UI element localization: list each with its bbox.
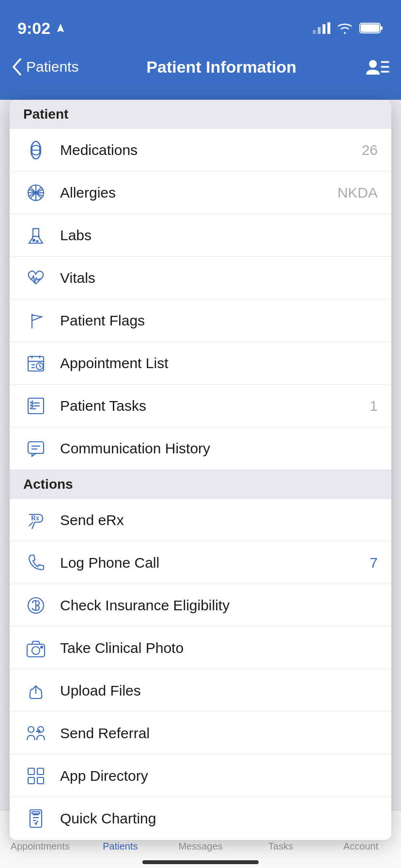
menu-item-patient-flags[interactable]: Patient Flags	[10, 299, 391, 342]
svg-rect-61	[32, 812, 40, 814]
send-erx-label: Send eRx	[60, 512, 378, 528]
app-directory-icon	[23, 763, 48, 789]
main-content: N L S B F Patient	[0, 100, 401, 851]
svg-point-51	[28, 727, 34, 732]
send-erx-icon: Rx	[23, 508, 48, 533]
svg-rect-55	[28, 777, 34, 784]
quick-charting-icon	[23, 806, 48, 831]
menu-item-app-directory[interactable]: App Directory	[10, 755, 391, 797]
app-directory-label: App Directory	[60, 768, 378, 784]
patient-flags-label: Patient Flags	[60, 312, 378, 329]
svg-rect-43	[28, 442, 44, 453]
check-insurance-icon	[23, 593, 48, 618]
medications-icon	[23, 138, 48, 163]
signal-icon	[313, 22, 330, 34]
take-clinical-photo-label: Take Clinical Photo	[60, 640, 378, 656]
status-bar: 9:02	[0, 0, 401, 43]
menu-item-medications[interactable]: Medications 26	[10, 129, 391, 171]
back-button[interactable]: Patients	[12, 58, 78, 76]
check-insurance-label: Check Insurance Eligibility	[60, 597, 378, 614]
menu-item-communication-history[interactable]: Communication History	[10, 427, 391, 470]
take-clinical-photo-icon	[23, 636, 48, 661]
communication-history-label: Communication History	[60, 440, 378, 457]
allergies-badge: NKDA	[338, 185, 378, 201]
wifi-icon	[336, 21, 354, 35]
svg-rect-6	[361, 24, 379, 32]
menu-item-quick-charting[interactable]: Quick Charting	[10, 797, 391, 840]
labs-label: Labs	[60, 227, 378, 244]
patient-tasks-label: Patient Tasks	[60, 398, 370, 414]
menu-item-allergies[interactable]: Allergies NKDA	[10, 171, 391, 214]
messages-tab-label: Messages	[178, 841, 222, 852]
menu-item-labs[interactable]: Labs	[10, 214, 391, 257]
svg-point-7	[369, 60, 377, 68]
status-time: 9:02	[17, 19, 66, 38]
svg-rect-53	[28, 768, 34, 775]
vitals-label: Vitals	[60, 270, 378, 286]
svg-rect-56	[37, 777, 44, 784]
menu-item-appointment-list[interactable]: Appointment List	[10, 342, 391, 385]
patient-flags-icon	[23, 308, 48, 333]
svg-rect-1	[318, 27, 321, 34]
patient-tasks-icon	[23, 393, 48, 418]
section-header-patient: Patient	[10, 100, 391, 129]
send-referral-icon	[23, 721, 48, 746]
menu-item-patient-tasks[interactable]: Patient Tasks 1	[10, 385, 391, 427]
svg-point-27	[33, 239, 35, 241]
patient-tasks-badge: 1	[370, 398, 378, 414]
appointment-list-label: Appointment List	[60, 355, 378, 372]
log-phone-call-label: Log Phone Call	[60, 555, 370, 571]
back-label: Patients	[26, 59, 78, 75]
upload-files-label: Upload Files	[60, 682, 378, 699]
patients-tab-label: Patients	[103, 841, 138, 852]
upload-files-icon	[23, 678, 48, 703]
appointments-tab-label: Appointments	[11, 841, 70, 852]
appointment-list-icon	[23, 351, 48, 376]
location-icon	[55, 23, 66, 33]
menu-item-check-insurance[interactable]: Check Insurance Eligibility	[10, 584, 391, 627]
menu-button[interactable]	[364, 57, 389, 77]
allergies-icon	[23, 180, 48, 205]
quick-charting-label: Quick Charting	[60, 810, 378, 827]
status-icons	[313, 21, 384, 35]
menu-item-log-phone-call[interactable]: Log Phone Call 7	[10, 542, 391, 584]
log-phone-call-icon	[23, 550, 48, 575]
back-chevron-icon	[12, 58, 22, 76]
dropdown-menu: Patient Medications 26	[10, 100, 391, 840]
svg-point-49	[32, 647, 40, 654]
allergies-label: Allergies	[60, 185, 338, 201]
svg-point-28	[37, 240, 38, 242]
menu-item-take-clinical-photo[interactable]: Take Clinical Photo	[10, 627, 391, 669]
account-tab-label: Account	[343, 841, 378, 852]
medications-label: Medications	[60, 142, 362, 158]
communication-history-icon	[23, 436, 48, 461]
labs-icon	[23, 223, 48, 248]
user-menu-icon	[364, 57, 389, 77]
battery-icon	[359, 22, 384, 34]
menu-item-send-erx[interactable]: Rx Send eRx	[10, 499, 391, 542]
svg-rect-2	[323, 24, 325, 34]
time-label: 9:02	[17, 19, 50, 38]
svg-rect-3	[327, 22, 330, 34]
menu-item-upload-files[interactable]: Upload Files	[10, 669, 391, 712]
svg-rect-0	[313, 30, 316, 34]
send-referral-label: Send Referral	[60, 725, 378, 742]
svg-text:Rx: Rx	[31, 514, 39, 522]
log-phone-call-badge: 7	[370, 555, 378, 571]
svg-rect-5	[381, 26, 383, 30]
menu-item-vitals[interactable]: Vitals	[10, 257, 391, 299]
vitals-icon	[23, 265, 48, 291]
tasks-tab-label: Tasks	[268, 841, 293, 852]
menu-item-send-referral[interactable]: Send Referral	[10, 712, 391, 755]
medications-badge: 26	[362, 142, 378, 158]
home-indicator	[142, 860, 259, 864]
svg-rect-54	[37, 768, 44, 775]
svg-point-50	[41, 646, 43, 648]
page-title: Patient Information	[146, 58, 296, 77]
nav-bar: Patients Patient Information	[0, 43, 401, 91]
section-header-actions: Actions	[10, 470, 391, 499]
